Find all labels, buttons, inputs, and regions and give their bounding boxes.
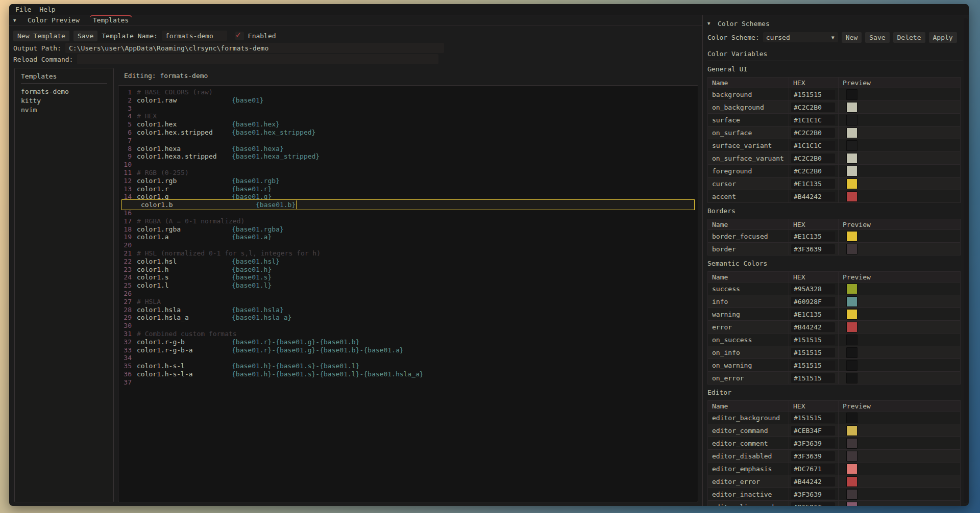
hex-input[interactable] [791,335,835,345]
panel-collapse-icon[interactable]: ▼ [707,21,715,26]
color-swatch[interactable] [846,127,857,138]
color-swatch[interactable] [846,178,857,189]
hex-input[interactable] [791,244,835,254]
reload-command-input[interactable] [77,54,438,64]
code-line[interactable]: 18color1.rgba{base01.rgba} [118,225,698,234]
hex-input[interactable] [791,439,835,448]
hex-input[interactable] [791,413,835,423]
color-swatch[interactable] [846,191,857,202]
hex-input[interactable] [791,490,835,499]
code-line[interactable]: 11# RGB (0-255) [118,169,698,177]
hex-input[interactable] [791,502,835,506]
color-swatch[interactable] [846,360,857,371]
new-scheme-button[interactable]: New [842,32,862,43]
code-line[interactable]: 24color1.s{base01.s} [118,273,698,281]
color-swatch[interactable] [846,115,857,125]
output-path-input[interactable] [65,43,444,53]
color-swatch[interactable] [846,413,857,423]
code-line[interactable]: 33color1.r-g-b-a{base01.r}-{base01.g}-{b… [118,346,698,354]
tab-templates[interactable]: Templates [89,15,133,25]
save-template-button[interactable]: Save [74,31,97,41]
hex-input[interactable] [791,310,835,319]
vertical-scrollbar[interactable] [964,18,968,503]
code-line[interactable]: 21# HSL (normalized 0-1 for s,l, integer… [118,249,698,258]
code-line[interactable]: 2color1.raw{base01} [118,96,698,105]
hex-input[interactable] [791,348,835,357]
code-line-editing[interactable]: color1.b{base01.b} [118,201,698,209]
line-edit-input[interactable]: color1.b{base01.b} [121,199,695,210]
code-line[interactable]: 35color1.h-s-l{base01.h}-{base01.s}-{bas… [118,362,698,370]
hex-input[interactable] [791,102,835,112]
color-swatch[interactable] [846,373,857,383]
code-line[interactable]: 22color1.hsl{base01.hsl} [118,258,698,266]
code-line[interactable]: 1# BASE COLORS (raw) [118,88,698,96]
hex-input[interactable] [791,141,835,150]
code-line[interactable]: 13color1.r{base01.r} [118,185,698,193]
color-swatch[interactable] [846,244,857,254]
delete-scheme-button[interactable]: Delete [893,32,925,43]
hex-input[interactable] [791,284,835,294]
color-swatch[interactable] [846,322,857,332]
code-line[interactable]: 28color1.hsla{base01.hsla} [118,306,698,314]
new-template-button[interactable]: New Template [13,31,69,41]
hex-input[interactable] [791,361,835,370]
template-editor-area[interactable]: 1# BASE COLORS (raw)2color1.raw{base01}3… [118,85,698,502]
color-swatch[interactable] [846,309,857,320]
color-swatch[interactable] [846,451,857,461]
color-swatch[interactable] [846,153,857,164]
template-list-item[interactable]: kitty [21,96,113,106]
color-swatch[interactable] [846,140,857,151]
color-swatch[interactable] [846,284,857,294]
hex-input[interactable] [791,153,835,163]
code-line[interactable]: 32color1.r-g-b{base01.r}-{base01.g}-{bas… [118,338,698,346]
apply-scheme-button[interactable]: Apply [929,32,957,43]
window-collapse-icon[interactable]: ▼ [13,18,20,23]
code-line[interactable]: 17# RGBA (A = 0-1 normalized) [118,217,698,225]
hex-input[interactable] [791,232,835,241]
enabled-checkbox[interactable]: ✓ [235,32,244,40]
code-line[interactable]: 29color1.hsla_a{base01.hsla_a} [118,314,698,322]
color-swatch[interactable] [846,166,857,176]
color-swatch[interactable] [846,335,857,345]
code-line[interactable]: 19color1.a{base01.a} [118,233,698,241]
template-list-item[interactable]: formats-demo [21,87,113,96]
hex-input[interactable] [791,477,835,486]
code-line[interactable]: 6color1.hex.stripped{base01.hex_stripped… [118,129,698,137]
code-line[interactable]: 12color1.rgb{base01.rgb} [118,177,698,185]
menu-item-help[interactable]: Help [39,6,55,13]
color-swatch[interactable] [846,464,857,474]
template-list-item[interactable]: nvim [21,106,113,115]
tab-color-preview[interactable]: Color Preview [23,15,84,25]
code-line[interactable]: 36color1.h-s-l-a{base01.h}-{base01.s}-{b… [118,370,698,378]
hex-input[interactable] [791,322,835,332]
hex-input[interactable] [791,297,835,306]
hex-input[interactable] [791,373,835,383]
color-swatch[interactable] [846,438,857,449]
code-line[interactable]: 25color1.l{base01.l} [118,281,698,290]
code-line[interactable]: 23color1.h{base01.h} [118,266,698,274]
hex-input[interactable] [791,115,835,125]
template-name-input[interactable] [162,31,227,41]
hex-input[interactable] [791,426,835,435]
code-line[interactable]: 9color1.hexa.stripped{base01.hexa_stripp… [118,152,698,161]
code-line[interactable]: 31# Combined custom formats [118,330,698,338]
color-swatch[interactable] [846,231,857,242]
hex-input[interactable] [791,90,835,99]
hex-input[interactable] [791,179,835,189]
hex-input[interactable] [791,451,835,461]
code-line[interactable]: 27# HSLA [118,298,698,306]
save-scheme-button[interactable]: Save [865,32,889,43]
color-swatch[interactable] [846,489,857,500]
color-swatch[interactable] [846,347,857,358]
code-line[interactable]: 5color1.hex{base01.hex} [118,120,698,129]
color-swatch[interactable] [846,296,857,307]
hex-input[interactable] [791,464,835,474]
hex-input[interactable] [791,166,835,176]
color-swatch[interactable] [846,476,857,487]
color-swatch[interactable] [846,425,857,436]
color-swatch[interactable] [846,89,857,100]
menu-item-file[interactable]: File [15,6,31,13]
code-line[interactable]: 4# HEX [118,112,698,120]
color-swatch[interactable] [846,102,857,113]
code-line[interactable]: 8color1.hexa{base01.hexa} [118,145,698,153]
